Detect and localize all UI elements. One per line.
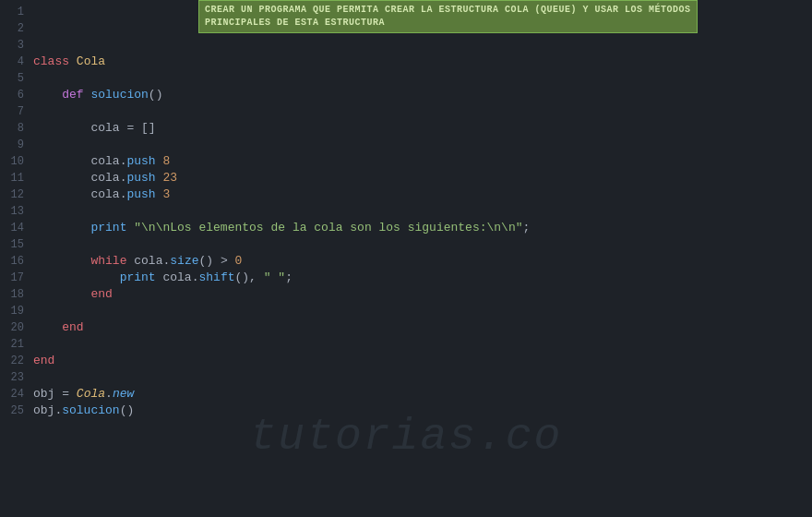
line-content: cola.push 8 [33, 153, 812, 170]
line-content: obj.solucion() [33, 403, 812, 419]
line-content: def solucion() [33, 87, 812, 103]
line-number: 11 [0, 170, 33, 186]
line-number: 5 [0, 70, 33, 87]
line-content: cola.push 3 [33, 186, 812, 203]
line-number: 18 [0, 286, 33, 303]
line-number: 6 [0, 87, 33, 103]
code-line: 16 while cola.size() > 0 [0, 253, 812, 270]
line-number: 25 [0, 403, 33, 419]
code-area: 1 2 3 4 class Cola 5 6 def solucion() [0, 0, 812, 517]
line-number: 15 [0, 236, 33, 253]
line-number: 2 [0, 20, 33, 37]
code-line: 8 cola = [] [0, 120, 812, 137]
line-number: 7 [0, 103, 33, 120]
line-number: 4 [0, 54, 33, 70]
line-number: 10 [0, 153, 33, 170]
line-number: 9 [0, 137, 33, 153]
tooltip-line1: CREAR UN PROGRAMA QUE PERMITA CREAR LA E… [205, 4, 691, 17]
line-content: end [33, 286, 812, 303]
code-line: 19 [0, 303, 812, 319]
code-line: 11 cola.push 23 [0, 170, 812, 186]
line-number: 24 [0, 386, 33, 403]
line-number: 13 [0, 203, 33, 220]
line-content: cola.push 23 [33, 170, 812, 186]
code-line: 7 [0, 103, 812, 120]
code-line: 3 [0, 37, 812, 54]
code-line: 9 [0, 137, 812, 153]
line-content: end [33, 353, 812, 369]
line-number: 3 [0, 37, 33, 54]
line-content: print "\n\nLos elementos de la cola son … [33, 220, 812, 236]
code-line: 18 end [0, 286, 812, 303]
code-editor: CREAR UN PROGRAMA QUE PERMITA CREAR LA E… [0, 0, 812, 517]
line-number: 22 [0, 353, 33, 369]
code-line: 5 [0, 70, 812, 87]
code-line: 24 obj = Cola.new [0, 386, 812, 403]
line-content: while cola.size() > 0 [33, 253, 812, 270]
code-line: 17 print cola.shift(), " "; [0, 270, 812, 286]
code-line: 25 obj.solucion() [0, 403, 812, 419]
tooltip-line2: PRINCIPALES DE ESTA ESTRUCTURA [205, 17, 691, 30]
line-number: 21 [0, 336, 33, 353]
line-number: 12 [0, 186, 33, 203]
line-number: 20 [0, 319, 33, 336]
tooltip-box: CREAR UN PROGRAMA QUE PERMITA CREAR LA E… [198, 0, 698, 33]
line-number: 19 [0, 303, 33, 319]
code-line: 10 cola.push 8 [0, 153, 812, 170]
line-content: print cola.shift(), " "; [33, 270, 812, 286]
line-number: 23 [0, 369, 33, 386]
line-content: obj = Cola.new [33, 386, 812, 403]
code-line: 23 [0, 369, 812, 386]
line-number: 17 [0, 270, 33, 286]
line-content: class Cola [33, 54, 812, 70]
code-line: 22 end [0, 353, 812, 369]
code-line: 14 print "\n\nLos elementos de la cola s… [0, 220, 812, 236]
line-content: cola = [] [33, 120, 812, 137]
line-number: 8 [0, 120, 33, 137]
code-line: 20 end [0, 319, 812, 336]
code-line: 4 class Cola [0, 54, 812, 70]
code-line: 12 cola.push 3 [0, 186, 812, 203]
code-line: 21 [0, 336, 812, 353]
code-line: 6 def solucion() [0, 87, 812, 103]
line-number: 14 [0, 220, 33, 236]
code-line: 15 [0, 236, 812, 253]
line-number: 1 [0, 4, 33, 20]
line-number: 16 [0, 253, 33, 270]
code-line: 13 [0, 203, 812, 220]
line-content: end [33, 319, 812, 336]
